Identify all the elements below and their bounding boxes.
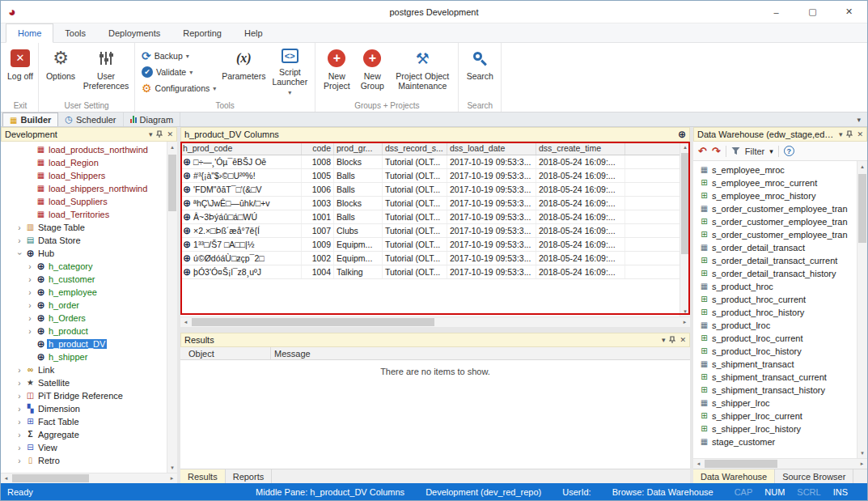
vertical-scrollbar[interactable]: ▴▾ xyxy=(680,142,690,316)
expander-icon[interactable]: › xyxy=(15,444,24,452)
maximize-button[interactable]: ▢ xyxy=(794,1,831,23)
grid-row[interactable]: ⊕#³{¡à"$›©□U²º%!1005BallsTutorial (OLT..… xyxy=(180,169,680,183)
browser-item-s-shipper-lroc-history[interactable]: ⊞s_shipper_lroc_history xyxy=(693,422,856,435)
column-header-dss-load-date[interactable]: dss_load_date xyxy=(447,142,536,155)
tree-item-load-territories[interactable]: ▦load_Territories xyxy=(1,208,166,221)
filter-label[interactable]: Filter xyxy=(745,146,764,156)
tree-item-fact-table[interactable]: ›⊞Fact Table xyxy=(1,415,166,428)
menu-tab-reporting[interactable]: Reporting xyxy=(171,23,233,42)
horizontal-scrollbar[interactable]: ◂▸ xyxy=(693,458,867,469)
tree-item-h-shipper[interactable]: ⊕h_shipper xyxy=(1,350,166,363)
scroll-thumb[interactable] xyxy=(12,474,89,482)
new-project-button[interactable]: + New Project xyxy=(318,45,355,96)
grid-row[interactable]: ⊕□÷—¸'Óµ¯ēBŠJ Oē1008BlocksTutorial (OLT.… xyxy=(180,155,680,169)
browser-item-s-product-hroc[interactable]: ▦s_product_hroc xyxy=(693,280,856,293)
tab-builder[interactable]: ▦ Builder xyxy=(2,113,58,126)
browser-item-s-order-detail-transact-current[interactable]: ⊞s_order_detail_transact_current xyxy=(693,254,856,267)
expander-icon[interactable]: › xyxy=(15,431,24,439)
grid-row[interactable]: ⊕×2.×□Þß´æå°7ě{Í1007ClubsTutorial (OLT..… xyxy=(180,224,680,238)
scroll-down-button[interactable]: ▾ xyxy=(167,462,177,473)
expander-icon[interactable]: › xyxy=(15,248,24,258)
browser-item-s-order-detail-transact-history[interactable]: ⊞s_order_detail_transact_history xyxy=(693,267,856,280)
tree-item-load-region[interactable]: ▦load_Region xyxy=(1,156,166,169)
browser-item-s-product-lroc-current[interactable]: ⊞s_product_lroc_current xyxy=(693,332,856,345)
scroll-right-button[interactable]: ▸ xyxy=(167,473,177,483)
scroll-thumb[interactable] xyxy=(681,153,689,254)
results-column-message[interactable]: Message xyxy=(271,347,690,359)
browser-item-s-employee-mroc-history[interactable]: ⊞s_employee_mroc_history xyxy=(693,189,856,202)
refresh-forward-icon[interactable]: ↷ xyxy=(712,145,721,157)
tree-item-stage-table[interactable]: ›▥Stage Table xyxy=(1,221,166,234)
scroll-left-button[interactable]: ◂ xyxy=(1,473,11,483)
expander-icon[interactable]: › xyxy=(25,275,35,284)
filter-icon[interactable] xyxy=(731,146,740,155)
project-object-maintenance-button[interactable]: ⚒ Project Object Maintenance xyxy=(389,45,455,96)
expander-icon[interactable]: › xyxy=(15,366,24,375)
scroll-right-button[interactable]: ▸ xyxy=(857,459,867,469)
tree-item-aggregate[interactable]: ›ΣAggregate xyxy=(1,428,166,441)
grid-row[interactable]: ⊕ú©ØdóáÙ□ƶçp¯2□1002Equipm...Tutorial (OL… xyxy=(180,252,680,265)
results-column-object[interactable]: Object xyxy=(180,347,271,359)
menu-tab-deployments[interactable]: Deployments xyxy=(97,23,171,42)
grid-row[interactable]: ⊕þÓ3'Ó¤Š¡l¯z8¸uºJ1004TalkingTutorial (OL… xyxy=(180,265,680,279)
column-header-dss-create-time[interactable]: dss_create_time xyxy=(536,142,625,155)
close-panel-icon[interactable]: ✕ xyxy=(680,336,686,344)
pin-icon[interactable] xyxy=(669,336,675,344)
chevron-down-icon[interactable]: ▾ xyxy=(850,113,867,126)
horizontal-scrollbar[interactable]: ◂▸ xyxy=(180,316,690,327)
grid-row[interactable]: ⊕Â~3Þýáû□á□WÚ1001BallsTutorial (OLT...20… xyxy=(180,210,680,224)
parameters-button[interactable]: (x) Parameters xyxy=(220,45,267,96)
tree-item-load-shippers-northwind[interactable]: ▦load_shippers_northwind xyxy=(1,182,166,195)
configurations-button[interactable]: ⚙ Configurations ▾ xyxy=(138,80,220,96)
tab-data-warehouse[interactable]: Data Warehouse xyxy=(693,469,775,483)
column-header-code[interactable]: code xyxy=(302,142,334,155)
tab-scheduler[interactable]: ◷ Scheduler xyxy=(58,113,123,126)
tree-item-h-orders[interactable]: ›⊕h_Orders xyxy=(1,312,166,325)
browser-item-s-product-hroc-history[interactable]: ⊞s_product_hroc_history xyxy=(693,306,856,319)
expander-icon[interactable]: › xyxy=(15,379,24,388)
browser-item-s-order-customer-employee-tran[interactable]: ⊞s_order_customer_employee_tran xyxy=(693,215,856,228)
tree-item-load-shippers[interactable]: ▦load_Shippers xyxy=(1,169,166,182)
tree-item-dimension[interactable]: ›▚Dimension xyxy=(1,402,166,415)
expander-icon[interactable]: › xyxy=(15,236,24,245)
menu-tab-home[interactable]: Home xyxy=(6,23,53,43)
refresh-back-icon[interactable]: ↶ xyxy=(698,145,707,157)
browser-item-s-product-lroc[interactable]: ▦s_product_lroc xyxy=(693,319,856,332)
help-icon[interactable]: ? xyxy=(784,146,794,156)
validate-button[interactable]: ✔ Validate ▾ xyxy=(138,64,220,80)
splitter[interactable] xyxy=(180,327,690,333)
chevron-down-icon[interactable]: ▾ xyxy=(662,336,666,344)
scroll-up-button[interactable]: ▴ xyxy=(680,142,690,152)
browser-item-s-shipment-transact[interactable]: ▦s_shipment_transact xyxy=(693,358,856,371)
user-preferences-button[interactable]: User Preferences xyxy=(80,45,132,96)
backup-button[interactable]: ⟳ Backup ▾ xyxy=(138,48,220,64)
browser-item-s-employee-mroc[interactable]: ▦s_employee_mroc xyxy=(693,163,856,176)
close-button[interactable]: ✕ xyxy=(831,1,867,23)
tab-reports[interactable]: Reports xyxy=(226,469,273,483)
tree-item-h-customer[interactable]: ›⊕h_customer xyxy=(1,273,166,286)
new-group-button[interactable]: + New Group xyxy=(355,45,389,96)
browser-item-s-shipper-lroc[interactable]: ▦s_shipper_lroc xyxy=(693,397,856,410)
browser-item-s-product-lroc-history[interactable]: ⊞s_product_lroc_history xyxy=(693,345,856,358)
scroll-up-button[interactable]: ▴ xyxy=(167,142,177,152)
expander-icon[interactable]: › xyxy=(25,301,35,310)
chevron-down-icon[interactable]: ▾ xyxy=(769,147,773,155)
expander-icon[interactable]: › xyxy=(25,327,35,336)
pin-icon[interactable] xyxy=(846,130,853,138)
column-header-h-prod-code[interactable]: h_prod_code xyxy=(180,142,302,155)
pin-icon[interactable] xyxy=(156,130,163,138)
menu-tab-help[interactable]: Help xyxy=(233,23,274,42)
grid-row[interactable]: ⊕1³³□/Š7 □A□□|½1009Equipm...Tutorial (OL… xyxy=(180,238,680,252)
browser-item-s-shipment-transact-history[interactable]: ⊞s_shipment_transact_history xyxy=(693,384,856,397)
tab-diagram[interactable]: Diagram xyxy=(124,113,181,126)
expander-icon[interactable]: › xyxy=(25,288,35,297)
close-panel-icon[interactable]: ✕ xyxy=(167,130,173,138)
scroll-thumb[interactable] xyxy=(858,174,866,243)
tab-results[interactable]: Results xyxy=(180,469,226,483)
grid-row[interactable]: ⊕ªhÇ\JwÊ□—ūhk/□+v1003BlocksTutorial (OLT… xyxy=(180,197,680,210)
expander-icon[interactable]: › xyxy=(15,392,24,401)
expander-icon[interactable]: › xyxy=(15,223,24,232)
grid-row[interactable]: ⊕'FDM"ðāT¯□'(&□V1006BallsTutorial (OLT..… xyxy=(180,183,680,197)
tree-item-hub[interactable]: ›⊕Hub xyxy=(1,247,166,260)
expander-icon[interactable]: › xyxy=(25,262,35,271)
